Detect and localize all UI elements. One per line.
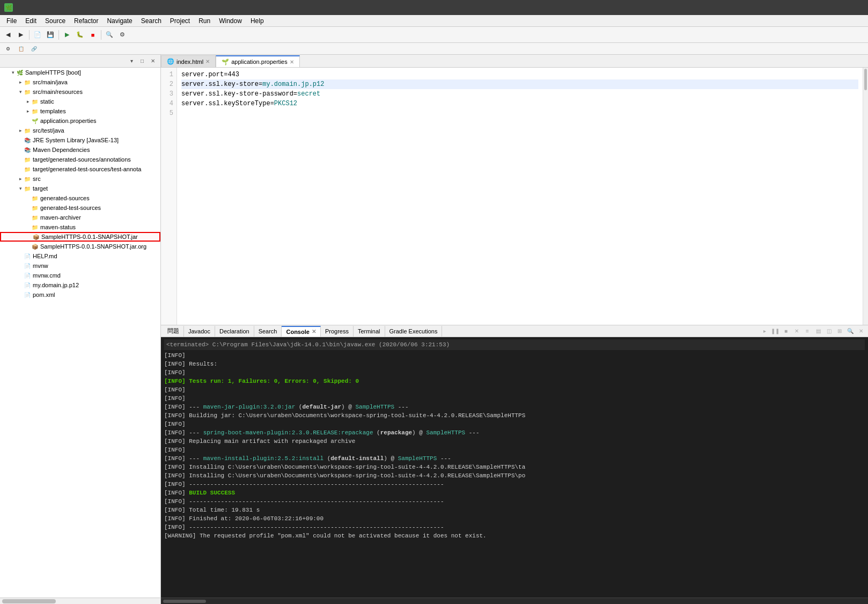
bottom-tab-controls: ▸❚❚■✕≡▤◫⊞🔍✕	[760, 326, 866, 336]
editor-v-scrollbar[interactable]	[863, 68, 868, 325]
bottom-tab-close[interactable]: ✕	[312, 329, 316, 334]
line-number-1: 1	[161, 70, 176, 79]
tree-h-scrollbar[interactable]	[0, 598, 160, 604]
menu-item-refactor[interactable]: Refactor	[70, 16, 102, 26]
toolbar-btn-search[interactable]: 🔍	[104, 29, 115, 41]
menu-item-run[interactable]: Run	[194, 16, 215, 26]
console-ctrl-btn-4[interactable]: ≡	[803, 326, 812, 336]
menu-item-file[interactable]: File	[2, 16, 21, 26]
tab-close[interactable]: ✕	[205, 59, 210, 64]
tree-item-pom-xml[interactable]: 📄pom.xml	[0, 290, 160, 300]
tree-container[interactable]: ▾🌿SampleHTTPS [boot]▸📁src/main/java▾📁src…	[0, 68, 160, 598]
menu-item-project[interactable]: Project	[166, 16, 194, 26]
panel-minimize-btn[interactable]: ▾	[127, 57, 136, 66]
tree-item-maven-dep[interactable]: 📚Maven Dependencies	[0, 145, 160, 155]
tree-item-help-md[interactable]: 📄HELP.md	[0, 251, 160, 261]
tree-item-src-main-java[interactable]: ▸📁src/main/java	[0, 77, 160, 87]
panel-maximize-btn[interactable]: □	[138, 57, 146, 66]
tree-item-jre-system[interactable]: 📚JRE System Library [JavaSE-13]	[0, 135, 160, 145]
console-ctrl-btn-7[interactable]: ⊞	[835, 326, 844, 336]
tree-arrow[interactable]: ▸	[17, 127, 24, 134]
tree-item-my-domain[interactable]: 📄my.domain.jp.p12	[0, 280, 160, 290]
tree-arrow[interactable]: ▸	[25, 98, 31, 105]
bottom-tab-gradle[interactable]: Gradle Executions	[385, 326, 443, 337]
tree-item-mvnw-cmd[interactable]: 📄mvnw.cmd	[0, 271, 160, 280]
tree-item-mvnw[interactable]: 📄mvnw	[0, 261, 160, 271]
tab-close[interactable]: ✕	[290, 59, 294, 65]
console-line-1: [INFO] Results:	[164, 360, 865, 368]
console-line-11: [INFO]	[164, 446, 865, 454]
code-line-4: server.ssl.keyStoreType=PKCS12	[181, 99, 858, 108]
toolbar-btn-debug[interactable]: 🐛	[74, 29, 86, 41]
tree-item-maven-status[interactable]: 📁maven-status	[0, 222, 160, 232]
tree-item-static[interactable]: ▸📁static	[0, 97, 160, 106]
toolbar-btn-forward[interactable]: ▶	[15, 29, 27, 41]
tree-arrow[interactable]: ▾	[10, 69, 16, 76]
toolbar2-btn-3[interactable]: 🔗	[28, 43, 40, 55]
console-ctrl-btn-9[interactable]: ✕	[856, 326, 866, 336]
tree-arrow[interactable]: ▸	[17, 79, 24, 85]
bottom-tab-console[interactable]: Console✕	[282, 326, 320, 337]
bottom-tab-progress[interactable]: Progress	[321, 326, 354, 337]
tree-arrow[interactable]: ▾	[17, 185, 24, 192]
tree-item-templates[interactable]: ▸📁templates	[0, 106, 160, 116]
tree-arrow[interactable]: ▸	[17, 176, 24, 182]
console-ctrl-btn-6[interactable]: ◫	[824, 326, 834, 336]
console-line-12: [INFO] --- maven-install-plugin:2.5.2:in…	[164, 454, 865, 463]
tree-item-maven-archiver[interactable]: 📁maven-archiver	[0, 213, 160, 222]
tree-item-src-main-resources[interactable]: ▾📁src/main/resources	[0, 87, 160, 97]
tree-item-generated-test-sources[interactable]: 📁generated-test-sources	[0, 203, 160, 213]
panel-close-btn[interactable]: ✕	[149, 57, 157, 66]
console-text-prefix: [INFO]	[164, 490, 189, 496]
tree-item-application-properties[interactable]: 🌱application.properties	[0, 116, 160, 126]
bottom-tab-terminal[interactable]: Terminal	[354, 326, 385, 337]
editor-tab-index-html[interactable]: 🌐index.html✕	[161, 55, 216, 67]
toolbar2-btn-1[interactable]: ⚙	[2, 43, 14, 55]
toolbar-btn-new[interactable]: 📄	[32, 29, 43, 41]
console-ctrl-btn-8[interactable]: 🔍	[845, 326, 855, 336]
toolbar-btn-stop[interactable]: ■	[87, 29, 99, 41]
tree-item-target-gen-test-sources[interactable]: 📁target/generated-test-sources/test-anno…	[0, 164, 160, 174]
bottom-tab-problems[interactable]: 問題	[163, 326, 184, 337]
bottom-tab-javadoc[interactable]: Javadoc	[184, 326, 215, 337]
minimize-button[interactable]	[821, 2, 834, 13]
tree-item-src[interactable]: ▸📁src	[0, 174, 160, 184]
tree-item-label: HELP.md	[33, 253, 57, 259]
tree-item-generated-sources[interactable]: 📁generated-sources	[0, 193, 160, 203]
toolbar-btn-back[interactable]: ◀	[2, 29, 14, 41]
console-area[interactable]: <terminated> C:\Program Files\Java\jdk-1…	[161, 337, 868, 598]
console-plugin: maven-jar-plugin:3.2.0:jar	[203, 404, 296, 410]
console-ctrl-btn-1[interactable]: ❚❚	[770, 326, 780, 336]
toolbar-btn-save[interactable]: 💾	[45, 29, 56, 41]
tree-item-snapshot-jar2[interactable]: 📦SampleHTTPS-0.0.1-SNAPSHOT.jar.org	[0, 242, 160, 251]
editor-tab-application-properties[interactable]: 🌱application.properties✕	[216, 55, 300, 67]
console-h-scrollbar[interactable]	[161, 598, 868, 604]
bottom-tab-declaration[interactable]: Declaration	[215, 326, 254, 337]
tree-arrow[interactable]: ▸	[25, 108, 31, 114]
menu-item-edit[interactable]: Edit	[21, 16, 41, 26]
bottom-tab-search[interactable]: Search	[254, 326, 282, 337]
tree-item-src-test-java[interactable]: ▸📁src/test/java	[0, 126, 160, 135]
tree-item-target[interactable]: ▾📁target	[0, 184, 160, 193]
tree-item-target-gen-sources-annotations[interactable]: 📁target/generated-sources/annotations	[0, 155, 160, 164]
tree-icon-folder: 📁	[24, 165, 31, 173]
toolbar-btn-settings[interactable]: ⚙	[116, 29, 128, 41]
console-ctrl-btn-0[interactable]: ▸	[760, 326, 769, 336]
toolbar-btn-run[interactable]: ▶	[61, 29, 73, 41]
tree-item-samplehttps[interactable]: ▾🌿SampleHTTPS [boot]	[0, 68, 160, 77]
code-content[interactable]: server.port=443server.ssl.key-store=my.d…	[177, 68, 863, 325]
menu-item-window[interactable]: Window	[215, 16, 246, 26]
console-ctrl-btn-5[interactable]: ▤	[813, 326, 823, 336]
toolbar2-btn-2[interactable]: 📋	[15, 43, 27, 55]
tree-item-snapshot-jar[interactable]: 📦SampleHTTPS-0.0.1-SNAPSHOT.jar	[0, 232, 160, 242]
menu-item-source[interactable]: Source	[41, 16, 70, 26]
tree-icon-file: 📄	[24, 281, 31, 289]
menu-item-help[interactable]: Help	[246, 16, 268, 26]
console-ctrl-btn-3[interactable]: ✕	[792, 326, 801, 336]
menu-item-search[interactable]: Search	[137, 16, 166, 26]
console-ctrl-btn-2[interactable]: ■	[781, 326, 791, 336]
close-button[interactable]	[851, 2, 864, 13]
tree-arrow[interactable]: ▾	[17, 89, 24, 95]
maximize-button[interactable]	[836, 2, 849, 13]
menu-item-navigate[interactable]: Navigate	[102, 16, 136, 26]
